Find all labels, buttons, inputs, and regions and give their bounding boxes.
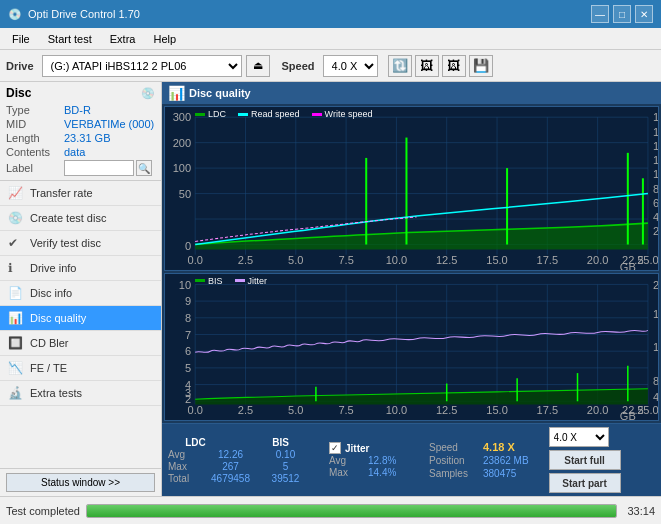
menubar: File Start test Extra Help — [0, 28, 661, 50]
jitter-values: Avg 12.8% Max 14.4% — [329, 455, 413, 478]
svg-text:4%: 4% — [653, 391, 658, 403]
sidebar-label-cd-bler: CD Bler — [30, 337, 153, 349]
write-speed-legend-label: Write speed — [325, 109, 373, 119]
menu-help[interactable]: Help — [145, 31, 184, 47]
top-chart-legend: LDC Read speed Write speed — [195, 109, 372, 119]
sidebar-label-extra-tests: Extra tests — [30, 387, 153, 399]
disc-type-key: Type — [6, 104, 64, 116]
test-speed-select[interactable]: 4.0 X — [549, 427, 609, 447]
disc-quality-header-icon: 📊 — [168, 85, 185, 101]
svg-text:6: 6 — [185, 345, 191, 357]
svg-text:10.0: 10.0 — [386, 254, 408, 266]
svg-text:0: 0 — [185, 240, 191, 252]
icon-btn-1[interactable]: 🖼 — [415, 55, 439, 77]
disc-section: Disc 💿 Type BD-R MID VERBATIMe (000) Len… — [0, 82, 161, 181]
transfer-rate-icon: 📈 — [8, 186, 24, 200]
icon-btn-2[interactable]: 🖼 — [442, 55, 466, 77]
disc-section-label: Disc — [6, 86, 31, 100]
svg-text:25.0: 25.0 — [637, 404, 658, 416]
maximize-button[interactable]: □ — [613, 5, 631, 23]
status-window-btn[interactable]: Status window >> — [6, 473, 155, 492]
app-icon: 💿 — [8, 8, 22, 21]
sidebar-item-transfer-rate[interactable]: 📈 Transfer rate — [0, 181, 161, 206]
disc-mid-val: VERBATIMe (000) — [64, 118, 155, 130]
svg-text:12%: 12% — [653, 341, 658, 353]
titlebar-controls: — □ ✕ — [591, 5, 653, 23]
svg-text:5.0: 5.0 — [288, 404, 303, 416]
start-part-button[interactable]: Start part — [549, 473, 621, 493]
position-label: Position — [429, 455, 479, 466]
samples-label: Samples — [429, 468, 479, 479]
sidebar-item-drive-info[interactable]: ℹ Drive info — [0, 256, 161, 281]
max-label: Max — [168, 461, 203, 472]
fe-te-icon: 📉 — [8, 361, 24, 375]
drive-info-icon: ℹ — [8, 261, 24, 275]
disc-type-val: BD-R — [64, 104, 155, 116]
sidebar-label-verify-test-disc: Verify test disc — [30, 237, 153, 249]
speed-row: Speed 4.18 X — [429, 441, 529, 453]
speed-stats: Speed 4.18 X Position 23862 MB Samples 3… — [429, 441, 529, 479]
disc-contents-row: Contents data — [6, 146, 155, 158]
position-val: 23862 MB — [483, 455, 529, 466]
read-speed-legend-dot — [238, 113, 248, 116]
sidebar-item-disc-quality[interactable]: 📊 Disc quality — [0, 306, 161, 331]
menu-start-test[interactable]: Start test — [40, 31, 100, 47]
disc-length-row: Length 23.31 GB — [6, 132, 155, 144]
svg-text:10: 10 — [179, 278, 191, 290]
menu-extra[interactable]: Extra — [102, 31, 144, 47]
menu-file[interactable]: File — [4, 31, 38, 47]
svg-text:25.0: 25.0 — [637, 254, 658, 266]
svg-text:2X: 2X — [653, 225, 658, 237]
disc-label-icon-btn[interactable]: 🔍 — [136, 160, 152, 176]
svg-text:7.5: 7.5 — [338, 404, 353, 416]
jitter-legend-dot — [235, 279, 245, 282]
position-row: Position 23862 MB — [429, 455, 529, 466]
save-button[interactable]: 💾 — [469, 55, 493, 77]
jitter-legend-label: Jitter — [248, 276, 268, 286]
disc-mid-key: MID — [6, 118, 64, 130]
sidebar-item-disc-info[interactable]: 📄 Disc info — [0, 281, 161, 306]
cd-bler-icon: 🔲 — [8, 336, 24, 350]
eject-button[interactable]: ⏏ — [246, 55, 270, 77]
sidebar-item-extra-tests[interactable]: 🔬 Extra tests — [0, 381, 161, 406]
bottom-chart: BIS Jitter — [164, 273, 659, 421]
statusbar: Test completed 33:14 — [0, 496, 661, 524]
sidebar-item-create-test-disc[interactable]: 💿 Create test disc — [0, 206, 161, 231]
legend-bis: BIS — [195, 276, 223, 286]
sidebar-item-cd-bler[interactable]: 🔲 CD Bler — [0, 331, 161, 356]
refresh-button[interactable]: 🔃 — [388, 55, 412, 77]
write-speed-legend-dot — [312, 113, 322, 116]
sidebar-item-fe-te[interactable]: 📉 FE / TE — [0, 356, 161, 381]
svg-text:0.0: 0.0 — [187, 404, 202, 416]
svg-text:12.5: 12.5 — [436, 404, 458, 416]
svg-text:GB: GB — [620, 410, 636, 420]
read-speed-legend-label: Read speed — [251, 109, 300, 119]
toolbar-icons: 🔃 🖼 🖼 💾 — [388, 55, 493, 77]
speed-select-toolbar[interactable]: 4.0 X — [323, 55, 378, 77]
bis-legend-dot — [195, 279, 205, 282]
jitter-checkbox[interactable]: ✓ — [329, 442, 341, 454]
top-chart-svg: 300 200 100 50 0 18X 16X 14X 12X 10X 8X … — [165, 107, 658, 270]
jitter-avg-val: 12.8% — [368, 455, 413, 466]
svg-text:100: 100 — [173, 162, 191, 174]
sidebar-label-create-test-disc: Create test disc — [30, 212, 153, 224]
disc-type-row: Type BD-R — [6, 104, 155, 116]
svg-text:20.0: 20.0 — [587, 404, 609, 416]
stats-avg-row: Avg 12.26 0.10 — [168, 449, 313, 460]
disc-header: Disc 💿 — [6, 86, 155, 100]
sidebar-item-verify-test-disc[interactable]: ✔ Verify test disc — [0, 231, 161, 256]
drive-select[interactable]: (G:) ATAPI iHBS112 2 PL06 — [42, 55, 242, 77]
app-title: Opti Drive Control 1.70 — [28, 8, 140, 20]
sidebar: Disc 💿 Type BD-R MID VERBATIMe (000) Len… — [0, 82, 162, 496]
disc-contents-val: data — [64, 146, 155, 158]
avg-bis-val: 0.10 — [258, 449, 313, 460]
jitter-avg-row: Avg 12.8% — [329, 455, 413, 466]
legend-write-speed: Write speed — [312, 109, 373, 119]
start-full-button[interactable]: Start full — [549, 450, 621, 470]
disc-label-input[interactable] — [64, 160, 134, 176]
svg-text:16%: 16% — [653, 308, 658, 320]
minimize-button[interactable]: — — [591, 5, 609, 23]
disc-quality-title: Disc quality — [189, 87, 251, 99]
ldc-legend-dot — [195, 113, 205, 116]
close-button[interactable]: ✕ — [635, 5, 653, 23]
